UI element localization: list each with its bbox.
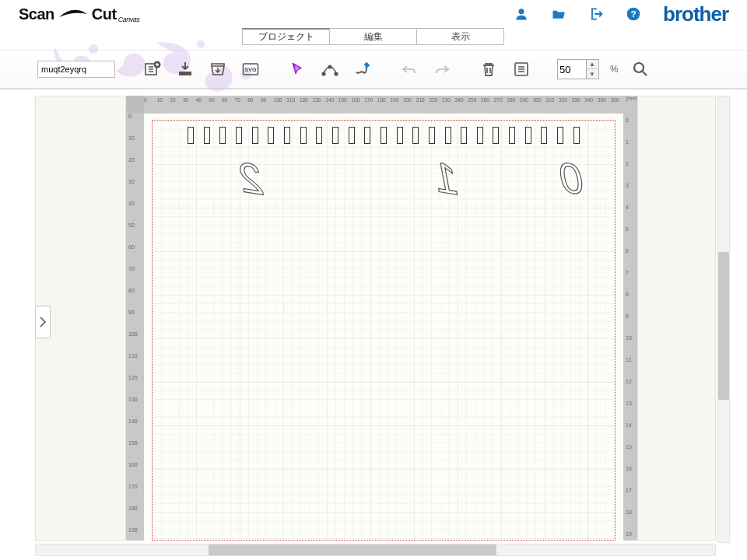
h-scroll-thumb[interactable] <box>209 544 496 555</box>
logout-icon[interactable] <box>588 6 604 22</box>
tab-view-label: 表示 <box>451 30 470 44</box>
tab-project-label: プロジェクト <box>258 30 314 44</box>
svg-point-11 <box>335 72 338 75</box>
path-tool[interactable] <box>319 58 341 80</box>
zoom-tool[interactable] <box>630 58 651 80</box>
zoom-input[interactable] <box>558 64 586 75</box>
ruler-corner <box>126 96 144 114</box>
svg-point-12 <box>328 65 331 68</box>
cutting-mat[interactable]: 2 1 0 <box>144 114 623 541</box>
design-small-rects[interactable] <box>184 127 584 144</box>
top-bar: Scan Cut Canvas ? brother <box>0 0 747 28</box>
import-data-button[interactable] <box>207 58 229 80</box>
user-icon[interactable] <box>514 6 529 22</box>
ruler-vertical: 0102030405060708090100110120130140150160… <box>126 114 144 541</box>
digit-2[interactable]: 2 <box>238 152 263 204</box>
zoom-up[interactable]: ▲ <box>587 60 598 69</box>
svg-text:?: ? <box>630 9 636 19</box>
main-tabs: プロジェクト 編集 表示 <box>0 28 747 50</box>
tab-edit[interactable]: 編集 <box>329 28 417 45</box>
digit-1[interactable]: 1 <box>433 152 458 204</box>
horizontal-scrollbar[interactable] <box>35 544 716 556</box>
tab-view[interactable]: 表示 <box>416 28 504 45</box>
app-logo: Scan Cut Canvas <box>19 5 139 23</box>
zoom-suffix: % <box>610 64 619 75</box>
mat-grid: 2 1 0 <box>152 120 615 541</box>
logo-text-scan: Scan <box>19 5 54 23</box>
tab-edit-label: 編集 <box>364 30 383 44</box>
import-svg-button[interactable]: SVG <box>240 58 261 80</box>
svg-point-0 <box>519 9 524 14</box>
digit-0[interactable]: 0 <box>559 152 584 204</box>
undo-button[interactable] <box>398 58 420 80</box>
design-digits[interactable]: 2 1 0 <box>184 154 584 202</box>
logo-sub: Canvas <box>118 16 140 23</box>
draw-tool[interactable] <box>352 58 374 80</box>
logo-text-cut: Cut <box>92 5 117 23</box>
svg-point-10 <box>322 72 325 75</box>
svg-point-14 <box>634 63 644 72</box>
v-scroll-thumb[interactable] <box>718 252 729 400</box>
ruler-right: (mm)01234567891011121314151617181920 <box>623 96 637 541</box>
redo-button[interactable] <box>431 58 453 80</box>
brand-logo: brother <box>663 2 728 26</box>
toolbar: SVG ▲ ▼ % <box>0 50 747 89</box>
new-project-button[interactable] <box>142 58 163 80</box>
workspace: 0102030405060708090100110120130140150160… <box>0 89 747 560</box>
ruler-horizontal: 0102030405060708090100110120130140150160… <box>144 96 623 114</box>
top-right-actions: ? brother <box>514 2 728 26</box>
help-icon[interactable]: ? <box>626 6 641 22</box>
folder-open-icon[interactable] <box>551 6 566 22</box>
logo-swoosh-icon <box>58 6 89 22</box>
vertical-scrollbar[interactable] <box>717 96 730 543</box>
canvas-stage[interactable]: 0102030405060708090100110120130140150160… <box>126 96 637 541</box>
design-objects[interactable]: 2 1 0 <box>184 127 584 201</box>
svg-text:SVG: SVG <box>245 67 257 72</box>
zoom-field[interactable]: ▲ ▼ <box>557 59 599 79</box>
properties-button[interactable] <box>510 58 532 80</box>
select-tool[interactable] <box>286 58 308 80</box>
right-panel <box>637 96 716 541</box>
delete-button[interactable] <box>478 58 500 80</box>
panel-expand-button[interactable] <box>35 306 51 338</box>
tab-project[interactable]: プロジェクト <box>242 28 330 45</box>
zoom-down[interactable]: ▼ <box>587 69 598 79</box>
download-button[interactable] <box>174 58 196 80</box>
project-name-input[interactable] <box>37 61 115 78</box>
